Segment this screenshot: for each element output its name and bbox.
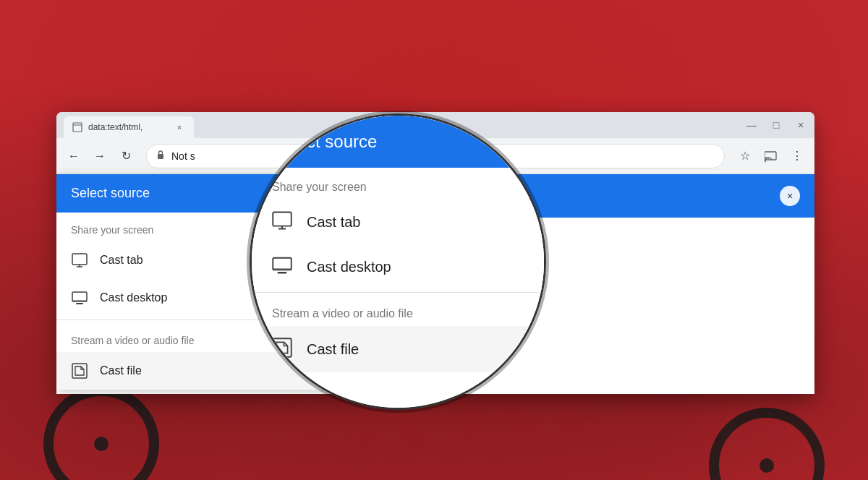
cast-desktop-item[interactable]: Cast desktop (56, 279, 389, 317)
cast-file-label: Cast file (100, 364, 142, 377)
cast-file-icon (71, 362, 88, 380)
svg-rect-5 (72, 254, 87, 265)
minimize-button[interactable]: — (745, 119, 758, 132)
cast-desktop-label: Cast desktop (100, 291, 167, 304)
forward-button[interactable]: → (88, 145, 111, 168)
nav-right-controls: ☆ ⋮ (733, 145, 809, 168)
tab-title: data:text/html, (88, 122, 168, 132)
maximize-button[interactable]: □ (770, 119, 783, 132)
dropdown-divider (56, 320, 389, 320)
menu-button[interactable]: ⋮ (786, 145, 809, 168)
address-text: Not s (171, 150, 195, 162)
address-bar[interactable]: Not s (146, 144, 725, 168)
back-button[interactable]: ← (62, 145, 85, 168)
window-controls: — □ × (745, 119, 807, 132)
refresh-button[interactable]: ↻ (114, 145, 137, 168)
cast-button[interactable] (760, 145, 783, 168)
cast-tab-item[interactable]: Cast tab (56, 241, 389, 279)
cast-tab-label: Cast tab (100, 254, 143, 267)
svg-point-4 (765, 160, 766, 161)
svg-rect-11 (72, 364, 87, 378)
page-content: × Select source ▲ Share your screen (56, 174, 814, 394)
dropdown-arrow-icon: ▲ (365, 188, 375, 200)
nav-bar: ← → ↻ Not s ☆ ⋮ (56, 138, 814, 174)
svg-rect-2 (158, 154, 163, 159)
svg-rect-8 (72, 292, 87, 301)
svg-rect-10 (76, 303, 83, 304)
bookmark-button[interactable]: ☆ (733, 145, 757, 168)
tab-close-button[interactable]: × (174, 121, 185, 133)
select-source-dropdown: Select source ▲ Share your screen Cast t… (56, 174, 389, 390)
svg-rect-0 (73, 123, 82, 132)
security-icon (156, 150, 166, 162)
dropdown-title: Select source (71, 186, 150, 201)
cast-tab-icon (71, 252, 88, 269)
cast-bar-close-button[interactable]: × (780, 186, 800, 206)
close-button[interactable]: × (794, 119, 807, 132)
cast-desktop-icon (71, 289, 88, 307)
tab-page-icon (72, 122, 82, 132)
browser-window: data:text/html, × — □ × ← → ↻ Not s ☆ (56, 112, 814, 394)
browser-tab[interactable]: data:text/html, × (64, 116, 194, 138)
cast-file-item[interactable]: Cast file (56, 352, 389, 390)
tab-bar: data:text/html, × — □ × (56, 112, 814, 138)
share-screen-label: Share your screen (56, 213, 389, 241)
dropdown-header[interactable]: Select source ▲ (56, 174, 389, 213)
stream-file-label: Stream a video or audio file (56, 323, 389, 352)
